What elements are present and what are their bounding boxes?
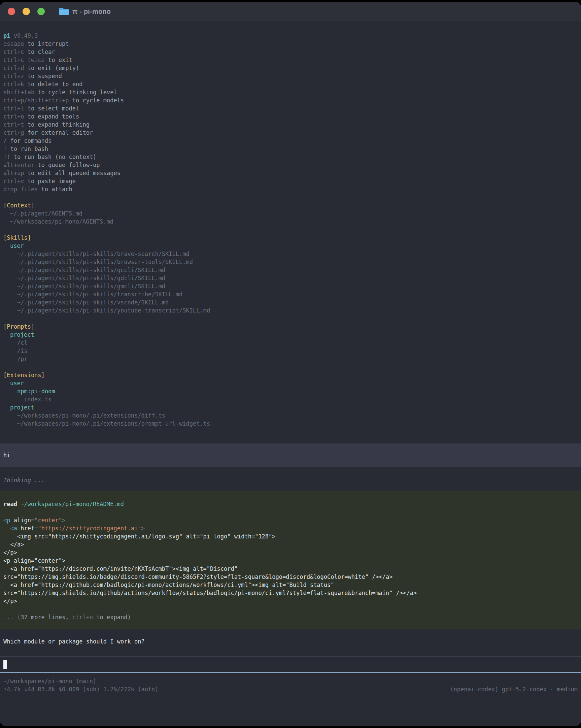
context-path: ~/workspaces/pi-mono/AGENTS.md (3, 217, 578, 226)
status-cwd: ~/workspaces/pi-mono (main) (3, 677, 578, 685)
tool-path: ~/workspaces/pi-mono/README.md (21, 501, 124, 508)
prompt-input[interactable] (3, 657, 578, 672)
app-version (10, 32, 14, 39)
folder-icon (59, 7, 69, 16)
prompts-group: project (3, 331, 578, 339)
shortcut-list: escape to interruptctrl+c to clearctrl+c… (3, 40, 578, 193)
skills-section: [Skills] user ~/.pi/agent/skills/pi-skil… (3, 234, 578, 314)
thinking-indicator: Thinking ... (3, 476, 578, 484)
tree-row: user (3, 379, 578, 387)
tool-name: read (3, 501, 17, 508)
extensions-header: [Extensions] (3, 371, 578, 379)
close-button[interactable] (8, 8, 15, 15)
code-line: <img src="https://shittycodingagent.ai/l… (3, 532, 578, 541)
skill-path: ~/.pi/agent/skills/pi-skills/gdcli/SKILL… (3, 274, 578, 282)
tree-row: ~/workspaces/pi-mono/.pi/extensions/diff… (3, 412, 578, 420)
shortcut-line: !! to run bash (no context) (3, 153, 578, 161)
window-title: π - pi-mono (72, 8, 111, 16)
prompts-section: [Prompts] project /cl/is/pr (3, 322, 578, 363)
skill-path: ~/.pi/agent/skills/pi-skills/vscode/SKIL… (3, 298, 578, 306)
shortcut-line: alt+enter to queue follow-up (3, 161, 578, 169)
shortcut-line: / for commands (3, 137, 578, 145)
skill-path: ~/.pi/agent/skills/pi-skills/youtube-tra… (3, 306, 578, 314)
code-line: <a href="https://discord.com/invite/nKXT… (3, 565, 578, 573)
extensions-rows: usernpm:pi-doomindex.tsproject~/workspac… (3, 379, 578, 427)
window-titlebar[interactable]: π - pi-mono (0, 2, 581, 21)
status-model: (openai-codex) gpt-5.2-codex · medium (450, 685, 578, 693)
shortcut-line: escape to interrupt (3, 40, 578, 48)
shortcut-line: drop files to attach (3, 185, 578, 193)
zoom-button[interactable] (37, 8, 45, 15)
app-version-line: pi v0.49.3 (3, 32, 578, 40)
code-line: src="https://img.shields.io/badge/discor… (3, 573, 578, 581)
skill-path: ~/.pi/agent/skills/pi-skills/gmcli/SKILL… (3, 282, 578, 290)
shortcut-line: shift+tab to cycle thinking level (3, 88, 578, 96)
code-line: <a href="https://github.com/badlogic/pi-… (3, 581, 578, 589)
prompts-items: /cl/is/pr (3, 339, 578, 363)
truncation-notice: ... (37 more lines, ctrl+o to expand) (3, 613, 578, 621)
prompt-command: /pr (3, 355, 578, 363)
status-row: ↑4.7k ↓44 R3.8k $0.009 (sub) 1.7%/272k (… (3, 685, 578, 693)
shortcut-line: ctrl+z to suspend (3, 72, 578, 80)
status-bar: ~/workspaces/pi-mono (main) ↑4.7k ↓44 R3… (3, 677, 578, 693)
prompt-command: /cl (3, 339, 578, 347)
text-cursor (3, 660, 7, 669)
skill-path: ~/.pi/agent/skills/pi-skills/gccli/SKILL… (3, 266, 578, 274)
read-tool-output: read~/workspaces/pi-mono/README.md <p al… (0, 491, 581, 629)
code-line: ... (37 more lines, ctrl+o to expand) (3, 613, 578, 621)
code-line: </p> (3, 548, 578, 556)
readme-code-block: <p align="center"> <a href="https://shit… (3, 516, 578, 605)
shortcut-line: ctrl+t to expand thinking (3, 121, 578, 129)
shortcut-line: ctrl+v to paste image (3, 177, 578, 185)
shortcut-line: ctrl+d to exit (empty) (3, 64, 578, 72)
shortcut-line: ctrl+k to delete to end (3, 80, 578, 88)
tool-call-header: read~/workspaces/pi-mono/README.md (3, 500, 578, 508)
context-items: ~/.pi/agent/AGENTS.md~/workspaces/pi-mon… (3, 209, 578, 226)
input-separator-bottom (0, 672, 581, 673)
desktop-background: { "window": { "title": "π - pi-mono" }, … (0, 0, 581, 728)
skill-path: ~/.pi/agent/skills/pi-skills/browser-too… (3, 258, 578, 266)
status-stats: ↑4.7k ↓44 R3.8k $0.009 (sub) 1.7%/272k (… (3, 685, 159, 693)
user-message: hi (0, 443, 581, 467)
code-line: <a href="https://shittycodingagent.ai"> (3, 524, 578, 532)
context-header: [Context] (3, 201, 578, 209)
tree-row: npm:pi-doom (3, 387, 578, 395)
shortcut-line: ! to run bash (3, 145, 578, 153)
code-line: <p align="center"> (3, 556, 578, 565)
user-message-text: hi (3, 451, 10, 459)
prompts-header: [Prompts] (3, 322, 578, 331)
shortcut-line: alt+up to edit all queued messages (3, 169, 578, 177)
shortcut-line: ctrl+g for external editor (3, 129, 578, 137)
terminal-window: π - pi-mono pi v0.49.3 escape to interru… (0, 2, 581, 726)
tree-row: index.ts (3, 395, 578, 404)
shortcut-line: ctrl+l to select model (3, 104, 578, 112)
shortcut-line: ctrl+c to clear (3, 48, 578, 56)
shortcut-line: ctrl+o to expand tools (3, 112, 578, 121)
skill-path: ~/.pi/agent/skills/pi-skills/brave-searc… (3, 250, 578, 258)
minimize-button[interactable] (23, 8, 30, 15)
shortcut-line: ctrl+p/shift+ctrl+p to cycle models (3, 96, 578, 104)
terminal-content: pi v0.49.3 escape to interruptctrl+c to … (0, 21, 581, 693)
skills-items: ~/.pi/agent/skills/pi-skills/brave-searc… (3, 250, 578, 314)
extensions-section: [Extensions] usernpm:pi-doomindex.tsproj… (3, 371, 578, 427)
code-line: </p> (3, 597, 578, 605)
code-line: src="https://img.shields.io/github/actio… (3, 589, 578, 597)
assistant-question: Which module or package should I work on… (3, 638, 578, 646)
context-section: [Context] ~/.pi/agent/AGENTS.md~/workspa… (3, 201, 578, 226)
prompt-command: /is (3, 347, 578, 355)
shortcut-line: ctrl+c twice to exit (3, 56, 578, 64)
context-path: ~/.pi/agent/AGENTS.md (3, 209, 578, 217)
app-name: pi (3, 32, 10, 39)
skills-header: [Skills] (3, 234, 578, 242)
code-line: </a> (3, 541, 578, 548)
tree-row: ~/workspaces/pi-mono/.pi/extensions/prom… (3, 420, 578, 427)
skill-path: ~/.pi/agent/skills/pi-skills/transcribe/… (3, 290, 578, 298)
tree-row: project (3, 404, 578, 412)
skills-group: user (3, 242, 578, 250)
code-line: <p align="center"> (3, 516, 578, 524)
